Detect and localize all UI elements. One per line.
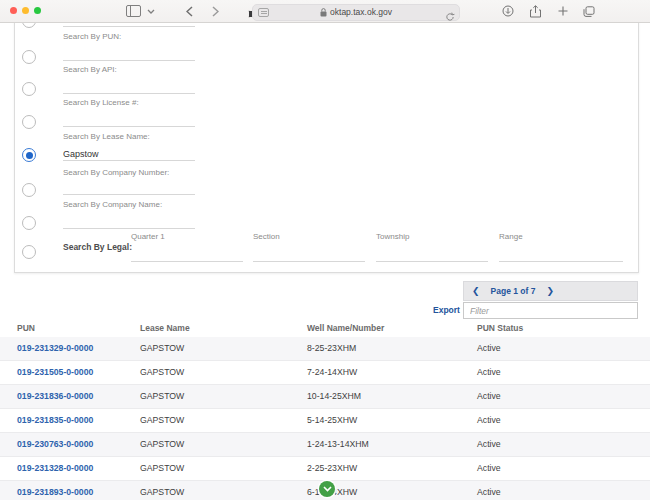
search-by-company-name-input[interactable]: [63, 215, 195, 229]
legal-quarter-label: Quarter 1: [131, 232, 165, 241]
search-by-api-radio[interactable]: [22, 82, 36, 96]
search-by-legal-label: Search By Legal:: [63, 242, 132, 252]
search-by-pun-label: Search By PUN:: [63, 32, 121, 41]
pun-link[interactable]: 019-231893-0-0000: [17, 481, 93, 500]
tab-overview-icon[interactable]: [581, 0, 597, 22]
legal-range-label: Range: [499, 232, 523, 241]
forward-icon[interactable]: [208, 0, 222, 22]
share-icon[interactable]: [528, 0, 543, 22]
legal-quarter-input[interactable]: [131, 248, 243, 262]
pun-status-cell: Active: [477, 409, 501, 432]
filter-input[interactable]: [463, 302, 638, 319]
column-header-pun: PUN: [17, 323, 35, 333]
lease-name-cell: GAPSTOW: [140, 457, 184, 480]
chevron-down-icon: [323, 486, 332, 492]
search-by-pun-input[interactable]: [63, 47, 195, 61]
table-header: PUN Lease Name Well Name/Number PUN Stat…: [0, 318, 650, 338]
pun-status-cell: Active: [477, 433, 501, 456]
scroll-down-badge[interactable]: [319, 481, 335, 497]
page-indicator: Page 1 of 7: [491, 286, 536, 296]
pun-status-cell: Active: [477, 481, 501, 500]
lease-name-cell: GAPSTOW: [140, 361, 184, 384]
search-by-pun-radio[interactable]: [22, 50, 36, 64]
browser-window: oktap.tax.ok.gov Search By PUN: Sea: [0, 0, 650, 500]
well-name-cell: 2-25-23XHW: [307, 457, 357, 480]
legal-township-input[interactable]: [376, 248, 488, 262]
close-window-button[interactable]: [10, 7, 17, 14]
lease-name-cell: GAPSTOW: [140, 385, 184, 408]
search-by-license-label: Search By License #:: [63, 98, 139, 107]
export-link[interactable]: Export: [433, 305, 460, 315]
zoom-window-button[interactable]: [34, 7, 41, 14]
lease-name-cell: GAPSTOW: [140, 337, 184, 360]
search-by-company-name-radio[interactable]: [22, 216, 36, 230]
lease-name-cell: GAPSTOW: [140, 409, 184, 432]
pun-link[interactable]: 019-230763-0-0000: [17, 433, 93, 456]
search-by-license-input[interactable]: [63, 113, 195, 127]
table-row: 019-231328-0-0000 GAPSTOW 2-25-23XHW Act…: [0, 457, 650, 481]
search-by-company-number-radio[interactable]: [22, 183, 36, 197]
search-by-lease-name-radio[interactable]: [22, 148, 36, 162]
search-by-api-input[interactable]: [63, 80, 195, 94]
search-by-api-label: Search By API:: [63, 65, 117, 74]
pun-link[interactable]: 019-231329-0-0000: [17, 337, 93, 360]
well-name-cell: 10-14-25XHM: [307, 385, 361, 408]
pun-status-cell: Active: [477, 361, 501, 384]
search-by-company-number-input[interactable]: [63, 181, 195, 195]
chevron-down-icon[interactable]: [145, 0, 157, 22]
download-icon[interactable]: [500, 0, 515, 22]
new-tab-icon[interactable]: [556, 0, 570, 22]
column-header-lease-name: Lease Name: [140, 323, 190, 333]
column-header-pun-status: PUN Status: [477, 323, 523, 333]
url-text: oktap.tax.ok.gov: [330, 7, 392, 17]
back-icon[interactable]: [182, 0, 196, 22]
legal-section-label: Section: [253, 232, 280, 241]
search-by-company-number-label: Search By Company Number:: [63, 168, 169, 177]
lock-icon: [320, 8, 327, 17]
well-name-cell: 8-25-23XHM: [307, 337, 356, 360]
reader-icon[interactable]: [258, 8, 269, 17]
pun-link[interactable]: 019-231836-0-0000: [17, 385, 93, 408]
table-row: 019-231329-0-0000 GAPSTOW 8-25-23XHM Act…: [0, 337, 650, 361]
next-page-icon[interactable]: ❯: [546, 286, 554, 296]
search-input-partial[interactable]: [63, 26, 195, 27]
lease-name-cell: GAPSTOW: [140, 481, 184, 500]
search-by-lease-name-input[interactable]: [63, 147, 195, 161]
table-body: 019-231329-0-0000 GAPSTOW 8-25-23XHM Act…: [0, 337, 650, 500]
page-content: Search By PUN: Search By API: Search By …: [0, 22, 650, 500]
search-by-lease-name-label: Search By Lease Name:: [63, 132, 150, 141]
well-name-cell: 7-24-14XHW: [307, 361, 357, 384]
table-row: 019-230763-0-0000 GAPSTOW 1-24-13-14XHM …: [0, 433, 650, 457]
well-name-cell: 5-14-25XHW: [307, 409, 357, 432]
table-row: 019-231835-0-0000 GAPSTOW 5-14-25XHW Act…: [0, 409, 650, 433]
search-by-legal-radio[interactable]: [22, 245, 36, 259]
previous-page-icon[interactable]: ❮: [472, 286, 480, 296]
lease-name-cell: GAPSTOW: [140, 433, 184, 456]
pun-link[interactable]: 019-231835-0-0000: [17, 409, 93, 432]
pun-status-cell: Active: [477, 457, 501, 480]
sidebar-icon[interactable]: [124, 0, 142, 22]
pun-status-cell: Active: [477, 337, 501, 360]
table-row: 019-231836-0-0000 GAPSTOW 10-14-25XHM Ac…: [0, 385, 650, 409]
legal-township-label: Township: [376, 232, 409, 241]
pun-link[interactable]: 019-231505-0-0000: [17, 361, 93, 384]
well-name-cell: 1-24-13-14XHM: [307, 433, 369, 456]
pun-status-cell: Active: [477, 385, 501, 408]
column-header-well-name: Well Name/Number: [307, 323, 384, 333]
search-by-license-radio[interactable]: [22, 115, 36, 129]
pagination-bar: ❮ Page 1 of 7 ❯: [463, 281, 638, 301]
pun-link[interactable]: 019-231328-0-0000: [17, 457, 93, 480]
reload-icon[interactable]: [445, 8, 455, 26]
address-bar[interactable]: oktap.tax.ok.gov: [252, 4, 460, 21]
legal-section-input[interactable]: [253, 248, 365, 262]
legal-range-input[interactable]: [499, 248, 623, 262]
minimize-window-button[interactable]: [22, 7, 29, 14]
browser-toolbar: oktap.tax.ok.gov: [0, 0, 650, 23]
table-row: 019-231505-0-0000 GAPSTOW 7-24-14XHW Act…: [0, 361, 650, 385]
search-by-company-name-label: Search By Company Name:: [63, 200, 162, 209]
